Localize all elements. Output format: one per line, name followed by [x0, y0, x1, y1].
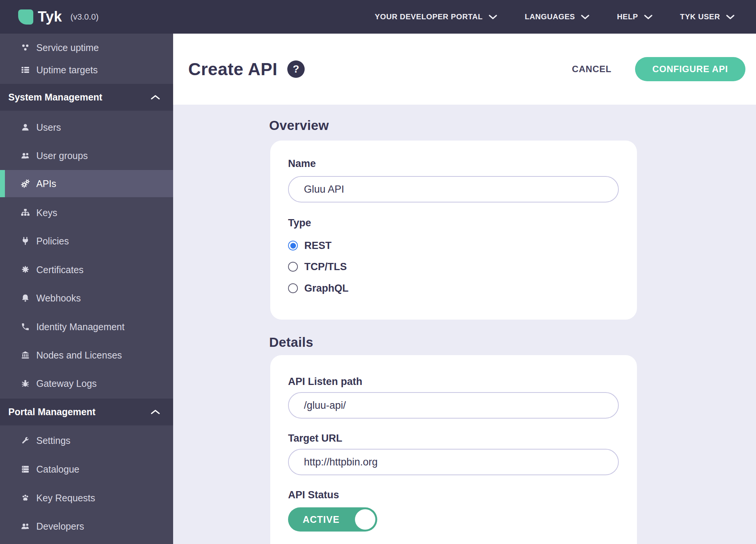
- sidebar-item-label: Service uptime: [36, 42, 99, 53]
- sidebar-item-catalogue[interactable]: Catalogue: [0, 457, 173, 481]
- sidebar-item-label: Certificates: [36, 264, 84, 275]
- brand-name: Tyk: [38, 9, 62, 25]
- list-icon: [20, 65, 31, 74]
- configure-api-button[interactable]: CONFIGURE API: [635, 57, 745, 81]
- certificate-icon: [20, 265, 31, 274]
- sidebar-item-policies[interactable]: Policies: [0, 229, 173, 253]
- api-listen-path-input[interactable]: [288, 392, 619, 419]
- page: Tyk (v3.0.0) YOUR DEVELOPER PORTAL LANGU…: [0, 0, 756, 544]
- sidebar-item-users[interactable]: Users: [0, 115, 173, 139]
- sidebar-item-user-groups[interactable]: User groups: [0, 144, 173, 168]
- sidebar-item-gateway-logs[interactable]: Gateway Logs: [0, 371, 173, 396]
- radio-rest[interactable]: REST: [288, 239, 332, 252]
- sidebar-item-label: Webhooks: [36, 293, 81, 304]
- sidebar-item-identity-management[interactable]: Identity Management: [0, 315, 173, 339]
- page-title: Create API: [188, 59, 277, 79]
- topbar: Tyk (v3.0.0) YOUR DEVELOPER PORTAL LANGU…: [0, 0, 756, 34]
- radio-label: REST: [304, 240, 332, 252]
- chevron-up-icon: [150, 94, 160, 100]
- sidebar-section-label: System Management: [8, 92, 102, 103]
- user-icon: [20, 123, 31, 132]
- topbar-menus: YOUR DEVELOPER PORTAL LANGUAGES HELP TYK…: [375, 12, 735, 21]
- sidebar-item-label: Identity Management: [36, 321, 124, 332]
- radio-graphql[interactable]: GraphQL: [288, 281, 349, 295]
- sidebar-item-label: Nodes and Licenses: [36, 350, 122, 361]
- menu-help[interactable]: HELP: [617, 12, 653, 21]
- tyk-logo[interactable]: Tyk (v3.0.0): [18, 9, 99, 25]
- menu-label: LANGUAGES: [525, 12, 575, 21]
- sidebar-item-uptime-targets[interactable]: Uptime targets: [0, 58, 173, 82]
- plug-icon: [20, 236, 31, 246]
- wrench-icon: [20, 436, 31, 445]
- sidebar-item-key-requests[interactable]: Key Requests: [0, 486, 173, 510]
- api-name-input[interactable]: [288, 176, 619, 202]
- phone-icon: [20, 322, 31, 331]
- sidebar-item-developers[interactable]: Developers: [0, 514, 173, 538]
- gears-icon: [20, 179, 31, 188]
- chevron-down-icon: [581, 14, 590, 20]
- page-header: Create API ? CANCEL CONFIGURE API: [173, 34, 756, 105]
- sidebar-item-certificates[interactable]: Certificates: [0, 258, 173, 282]
- chevron-down-icon: [488, 14, 497, 20]
- sidebar-item-webhooks[interactable]: Webhooks: [0, 286, 173, 310]
- menu-label: YOUR DEVELOPER PORTAL: [375, 12, 483, 21]
- radio-tcp-tls[interactable]: TCP/TLS: [288, 260, 347, 274]
- sidebar-item-label: Uptime targets: [36, 65, 98, 76]
- sitemap-icon: [20, 208, 31, 217]
- menu-languages[interactable]: LANGUAGES: [525, 12, 590, 21]
- target-url-label: Target URL: [288, 433, 342, 444]
- radio-unselected-icon: [288, 262, 298, 272]
- name-label: Name: [288, 158, 316, 170]
- sidebar-item-label: Developers: [36, 521, 84, 532]
- menu-label: TYK USER: [680, 12, 720, 21]
- sidebar-item-label: Catalogue: [36, 464, 79, 475]
- sidebar-item-label: Users: [36, 122, 61, 133]
- radio-label: GraphQL: [304, 283, 349, 294]
- sidebar-item-label: Key Requests: [36, 493, 95, 504]
- sidebar-item-label: Policies: [36, 236, 69, 247]
- sidebar-item-apis[interactable]: APIs: [0, 170, 173, 197]
- help-icon[interactable]: ?: [287, 60, 305, 78]
- sidebar: Service uptime Uptime targets System Man…: [0, 34, 173, 544]
- user-group-icon: [20, 522, 31, 531]
- sidebar-item-settings[interactable]: Settings: [0, 428, 173, 453]
- toggle-state-label: ACTIVE: [288, 507, 354, 532]
- sidebar-item-label: User groups: [36, 150, 88, 161]
- target-url-input[interactable]: [288, 449, 619, 475]
- api-listen-path-label: API Listen path: [288, 376, 363, 388]
- menu-label: HELP: [617, 12, 638, 21]
- active-indicator: [0, 170, 5, 197]
- sidebar-item-label: Gateway Logs: [36, 378, 97, 389]
- user-group-icon: [20, 151, 31, 160]
- overview-heading: Overview: [269, 118, 329, 133]
- radio-label: TCP/TLS: [304, 261, 347, 273]
- cluster-icon: [20, 43, 31, 52]
- sidebar-section-label: Portal Management: [8, 406, 96, 417]
- cancel-button[interactable]: CANCEL: [572, 64, 612, 74]
- sidebar-item-service-uptime[interactable]: Service uptime: [0, 36, 173, 60]
- sidebar-item-label: Settings: [36, 435, 70, 446]
- sidebar-item-keys[interactable]: Keys: [0, 201, 173, 225]
- type-label: Type: [288, 217, 311, 229]
- details-card: API Listen path Target URL API Status AC…: [270, 355, 637, 544]
- sidebar-item-label: APIs: [36, 178, 56, 189]
- menu-tyk-user[interactable]: TYK USER: [680, 12, 735, 21]
- sidebar-section-system-management[interactable]: System Management: [0, 84, 173, 111]
- details-heading: Details: [269, 335, 313, 350]
- toggle-knob[interactable]: [355, 509, 375, 530]
- api-status-label: API Status: [288, 489, 339, 501]
- sidebar-item-label: Keys: [36, 207, 57, 218]
- overview-card: Name Type REST TCP/TLS GraphQL: [270, 141, 637, 320]
- radio-unselected-icon: [288, 283, 298, 293]
- chevron-down-icon: [644, 14, 653, 20]
- sidebar-item-nodes-and-licenses[interactable]: Nodes and Licenses: [0, 343, 173, 367]
- menu-developer-portal[interactable]: YOUR DEVELOPER PORTAL: [375, 12, 498, 21]
- version-label: (v3.0.0): [70, 12, 99, 22]
- api-status-toggle[interactable]: ACTIVE: [288, 507, 377, 532]
- bell-icon: [20, 294, 31, 303]
- bank-icon: [20, 351, 31, 360]
- bug-icon: [20, 379, 31, 388]
- server-stack-icon: [20, 465, 31, 474]
- paw-icon: [20, 493, 31, 502]
- sidebar-section-portal-management[interactable]: Portal Management: [0, 399, 173, 425]
